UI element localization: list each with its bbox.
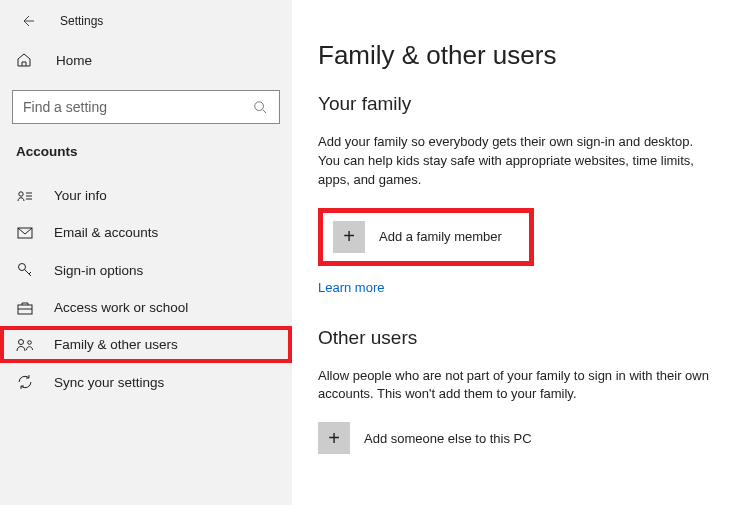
add-other-label: Add someone else to this PC — [364, 431, 532, 446]
sidebar: Settings Home Accounts Your info Email & — [0, 0, 292, 505]
other-users-description: Allow people who are not part of your fa… — [318, 367, 718, 405]
plus-icon: + — [318, 422, 350, 454]
family-description: Add your family so everybody gets their … — [318, 133, 718, 190]
learn-more-link[interactable]: Learn more — [318, 280, 384, 295]
sidebar-item-label: Your info — [54, 188, 107, 203]
briefcase-icon — [16, 301, 34, 315]
section-your-family: Your family — [318, 93, 722, 115]
sidebar-item-email-accounts[interactable]: Email & accounts — [0, 214, 292, 251]
sidebar-item-your-info[interactable]: Your info — [0, 177, 292, 214]
sidebar-item-label: Email & accounts — [54, 225, 158, 240]
nav-list: Your info Email & accounts Sign-in optio… — [0, 177, 292, 401]
sidebar-item-label: Sign-in options — [54, 263, 143, 278]
person-card-icon — [16, 190, 34, 202]
section-other-users: Other users — [318, 327, 722, 349]
search-input[interactable] — [23, 99, 251, 115]
sidebar-item-label: Family & other users — [54, 337, 178, 352]
home-icon — [16, 52, 34, 68]
email-icon — [16, 227, 34, 239]
home-link[interactable]: Home — [0, 44, 292, 76]
svg-point-5 — [19, 339, 24, 344]
sidebar-item-label: Sync your settings — [54, 375, 164, 390]
sidebar-item-signin-options[interactable]: Sign-in options — [0, 251, 292, 289]
plus-icon: + — [333, 221, 365, 253]
key-icon — [16, 262, 34, 278]
back-button[interactable] — [18, 12, 36, 30]
sidebar-item-sync-settings[interactable]: Sync your settings — [0, 363, 292, 401]
arrow-left-icon — [19, 13, 35, 29]
page-title: Family & other users — [318, 40, 722, 71]
svg-point-6 — [28, 340, 32, 344]
family-icon — [16, 338, 34, 352]
add-family-label: Add a family member — [379, 229, 502, 244]
svg-point-0 — [255, 102, 264, 111]
search-box[interactable] — [12, 90, 280, 124]
add-other-user-button[interactable]: + Add someone else to this PC — [318, 422, 722, 454]
home-label: Home — [56, 53, 92, 68]
main-panel: Family & other users Your family Add you… — [292, 0, 744, 505]
search-icon — [251, 100, 269, 114]
window-title: Settings — [60, 14, 103, 28]
svg-point-3 — [19, 264, 26, 271]
titlebar: Settings — [0, 6, 292, 44]
svg-point-1 — [19, 191, 23, 195]
sidebar-item-family-other-users[interactable]: Family & other users — [0, 326, 292, 363]
search-wrap — [12, 90, 280, 124]
sidebar-item-label: Access work or school — [54, 300, 188, 315]
section-header: Accounts — [0, 144, 292, 159]
sidebar-item-access-work-school[interactable]: Access work or school — [0, 289, 292, 326]
add-family-member-button[interactable]: + Add a family member — [318, 208, 534, 266]
sync-icon — [16, 374, 34, 390]
